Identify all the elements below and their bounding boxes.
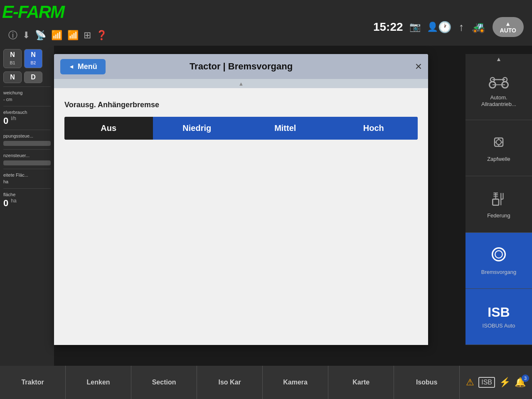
deviation-unit: - cm xyxy=(3,96,51,103)
consumption-value-row: 0 l/h xyxy=(3,116,51,126)
zapfwelle-icon xyxy=(490,134,507,153)
speed-icon: 🕐 xyxy=(438,21,451,34)
svg-point-7 xyxy=(496,140,501,145)
allrad-label: Autom.Allradantrieb... xyxy=(481,94,516,107)
top-bar: E-FARM ⓘ ⬇ 📡 📶 📶 ⊞ ❓ 15:22 📷 👤 🕐 ↑ 🚜 ▲ A… xyxy=(0,0,532,46)
federung-label: Federung xyxy=(487,212,510,219)
tab-traktor[interactable]: Traktor xyxy=(0,366,66,399)
area-unit: ha xyxy=(11,198,16,209)
boundary-label: nzensteuer... xyxy=(3,152,51,159)
consumption-label: elverbrauch xyxy=(3,109,51,116)
top-right-icons: 🕐 ↑ 🚜 ▲ AUTO xyxy=(438,17,524,37)
worked-area-section: eitete Fläc... ha xyxy=(3,169,51,185)
isb-text: ISB xyxy=(488,305,510,320)
tab-lenken[interactable]: Lenken xyxy=(66,366,131,399)
deviation-section: weichung - cm xyxy=(3,86,51,103)
tab-iso-kar[interactable]: Iso Kar xyxy=(197,366,263,399)
zapfwelle-button[interactable]: Zapfwelle xyxy=(466,120,532,176)
brake-options: Aus Niedrig Mittel Hoch xyxy=(64,117,418,140)
worked-area-unit: ha xyxy=(3,178,51,185)
bremsvorgang-label: Bremsvorgang xyxy=(481,269,517,276)
coupling-slider xyxy=(3,141,51,146)
right-panel: Autom.Allradantrieb... Zapfwelle xyxy=(466,54,532,345)
brake-option-hoch[interactable]: Hoch xyxy=(330,117,418,140)
gear-n-badge: N xyxy=(3,71,22,83)
info-icon: ⓘ xyxy=(8,29,17,42)
svg-rect-12 xyxy=(493,199,499,205)
area-label: fläche xyxy=(3,191,51,198)
coupling-label: ppungssteue... xyxy=(3,133,51,139)
coupling-section: ppungssteue... xyxy=(3,130,51,146)
dialog-subheader: ▲ xyxy=(54,79,428,88)
satellite-icon: 📡 xyxy=(35,30,46,41)
auto-label: AUTO xyxy=(500,27,516,34)
boundary-section: nzensteuer... xyxy=(3,149,51,165)
isobus-label: ISOBUS Auto xyxy=(483,323,515,329)
gear-badge-n1: NB1 xyxy=(3,49,22,68)
bottom-right-icons: ⚠ ISB ⚡ 🔔 3 xyxy=(460,377,532,388)
area-value-row: 0 ha xyxy=(3,198,51,209)
tractor-icon: 🚜 xyxy=(472,21,485,34)
federung-button[interactable]: Federung xyxy=(466,176,532,232)
federung-icon xyxy=(490,190,507,210)
warning-icon: ⚠ xyxy=(466,377,474,388)
gear-d-row: N D xyxy=(3,71,51,83)
connection-icon: ⚡ xyxy=(499,377,510,388)
boundary-slider xyxy=(3,160,51,165)
tab-section[interactable]: Section xyxy=(131,366,197,399)
tab-isobus[interactable]: Isobus xyxy=(394,366,460,399)
brake-option-aus[interactable]: Aus xyxy=(64,117,153,140)
area-value: 0 xyxy=(3,198,8,209)
bottom-bar: Traktor Lenken Section Iso Kar Kamera Ka… xyxy=(0,366,532,399)
top-icons: ⓘ ⬇ 📡 📶 📶 ⊞ ❓ xyxy=(8,29,107,42)
download-icon: ⬇ xyxy=(22,30,30,41)
notification-badge: 3 xyxy=(522,374,529,382)
svg-point-21 xyxy=(495,251,502,259)
brake-option-mittel[interactable]: Mittel xyxy=(241,117,330,140)
isobus-auto-button[interactable]: ISB ISOBUS Auto xyxy=(466,289,532,345)
bremsvorgang-button[interactable]: Bremsvorgang xyxy=(466,233,532,289)
brake-section-label: Vorausg. Anhängerbremse xyxy=(64,101,418,109)
tab-kamera[interactable]: Kamera xyxy=(263,366,328,399)
close-button[interactable]: × xyxy=(415,60,422,73)
user-icon[interactable]: 👤 xyxy=(427,22,438,32)
consumption-section: elverbrauch 0 l/h xyxy=(3,106,51,126)
zapfwelle-label: Zapfwelle xyxy=(487,156,510,163)
allrad-icon xyxy=(488,76,509,92)
arrow-up-icon: ↑ xyxy=(459,21,464,34)
gear-badges-row: NB1 NB2 xyxy=(3,49,51,68)
brake-option-niedrig[interactable]: Niedrig xyxy=(153,117,241,140)
isb-status-icon: ISB xyxy=(478,377,495,388)
auto-button[interactable]: ▲ AUTO xyxy=(493,17,524,37)
wifi-icon: 📶 xyxy=(51,30,62,41)
menu-button[interactable]: Menü xyxy=(60,59,106,74)
dialog-header: Menü Tractor | Bremsvorgang × xyxy=(54,54,428,79)
consumption-unit: l/h xyxy=(11,116,16,126)
time-display: 15:22 📷 👤 xyxy=(373,20,438,34)
bremsvorgang-icon xyxy=(490,245,508,266)
allrad-button[interactable]: Autom.Allradantrieb... xyxy=(466,64,532,120)
help-icon[interactable]: ❓ xyxy=(96,30,107,41)
signal-icon: 📶 xyxy=(67,30,79,41)
notification-icon[interactable]: 🔔 3 xyxy=(515,377,526,388)
svg-point-20 xyxy=(493,248,505,261)
deviation-label: weichung xyxy=(3,89,51,96)
consumption-value: 0 xyxy=(3,116,8,126)
main-dialog: Menü Tractor | Bremsvorgang × ▲ Vorausg.… xyxy=(54,54,428,345)
dialog-body: Vorausg. Anhängerbremse Aus Niedrig Mitt… xyxy=(54,88,428,345)
expand-indicator: ▲ xyxy=(239,81,244,87)
gear-d-badge: D xyxy=(24,71,42,83)
worked-area-label: eitete Fläc... xyxy=(3,172,51,178)
gear-badge-n2: NB2 xyxy=(24,49,42,68)
efarm-logo: E-FARM xyxy=(2,2,64,22)
area-section: fläche 0 ha xyxy=(3,188,51,209)
left-sidebar: NB1 NB2 N D weichung - cm elverbrauch 0 … xyxy=(0,46,54,399)
tab-karte[interactable]: Karte xyxy=(328,366,394,399)
grid-icon: ⊞ xyxy=(84,30,91,41)
time-text: 15:22 xyxy=(373,20,403,34)
dialog-title: Tractor | Bremsvorgang xyxy=(190,61,293,72)
nav-icon: ▲ xyxy=(505,20,511,27)
camera-icon: 📷 xyxy=(409,22,421,32)
